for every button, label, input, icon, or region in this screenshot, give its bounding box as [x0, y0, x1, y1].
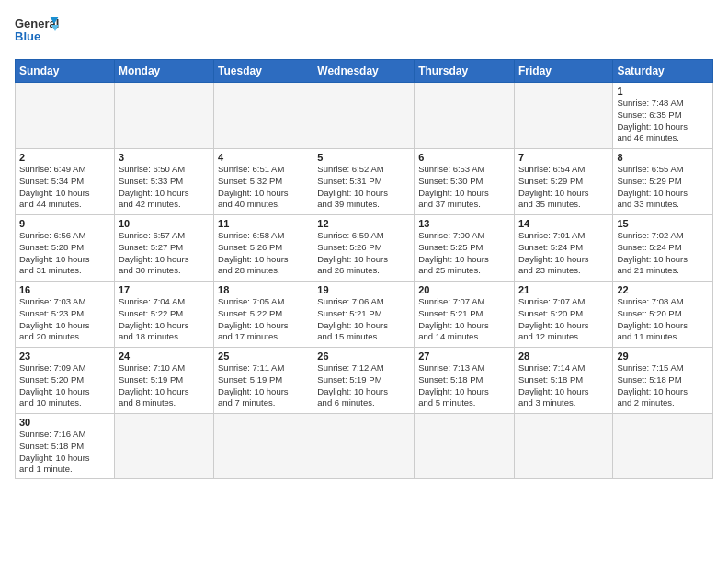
- day-info: Sunrise: 6:50 AM Sunset: 5:33 PM Dayligh…: [119, 164, 210, 211]
- day-number: 10: [119, 218, 210, 229]
- day-info: Sunrise: 6:52 AM Sunset: 5:31 PM Dayligh…: [317, 164, 410, 211]
- day-info: Sunrise: 7:11 AM Sunset: 5:19 PM Dayligh…: [218, 362, 309, 409]
- day-number: 20: [418, 284, 510, 295]
- calendar-body: 1Sunrise: 7:48 AM Sunset: 6:35 PM Daylig…: [16, 83, 713, 479]
- calendar-day-cell: [514, 414, 612, 479]
- calendar-day-cell: 3Sunrise: 6:50 AM Sunset: 5:33 PM Daylig…: [114, 149, 213, 215]
- calendar-table: SundayMondayTuesdayWednesdayThursdayFrid…: [15, 59, 713, 479]
- day-info: Sunrise: 6:49 AM Sunset: 5:34 PM Dayligh…: [19, 164, 110, 211]
- day-number: 23: [19, 350, 110, 362]
- calendar-day-cell: 20Sunrise: 7:07 AM Sunset: 5:21 PM Dayli…: [415, 282, 515, 348]
- day-number: 25: [218, 350, 309, 362]
- calendar-day-cell: [214, 83, 313, 149]
- day-number: 4: [218, 152, 309, 163]
- day-number: 29: [617, 350, 709, 362]
- day-info: Sunrise: 7:10 AM Sunset: 5:19 PM Dayligh…: [119, 362, 210, 409]
- day-info: Sunrise: 7:16 AM Sunset: 5:18 PM Dayligh…: [19, 429, 110, 476]
- calendar-day-cell: [214, 414, 313, 479]
- calendar-day-cell: 8Sunrise: 6:55 AM Sunset: 5:29 PM Daylig…: [613, 149, 713, 215]
- day-info: Sunrise: 7:02 AM Sunset: 5:24 PM Dayligh…: [617, 230, 709, 277]
- calendar-day-cell: [313, 414, 415, 479]
- day-info: Sunrise: 7:09 AM Sunset: 5:20 PM Dayligh…: [19, 362, 110, 409]
- day-number: 11: [218, 218, 309, 229]
- calendar-day-cell: 19Sunrise: 7:06 AM Sunset: 5:21 PM Dayli…: [313, 282, 415, 348]
- day-info: Sunrise: 7:06 AM Sunset: 5:21 PM Dayligh…: [317, 296, 410, 343]
- day-of-week-header: Saturday: [613, 60, 713, 83]
- calendar-day-cell: [114, 414, 213, 479]
- calendar-day-cell: 15Sunrise: 7:02 AM Sunset: 5:24 PM Dayli…: [613, 215, 713, 282]
- day-number: 5: [317, 152, 410, 163]
- calendar-day-cell: [613, 414, 713, 479]
- calendar-day-cell: [415, 414, 515, 479]
- calendar-day-cell: 4Sunrise: 6:51 AM Sunset: 5:32 PM Daylig…: [214, 149, 313, 215]
- day-number: 14: [518, 218, 609, 229]
- svg-text:Blue: Blue: [15, 29, 40, 43]
- calendar-day-cell: 7Sunrise: 6:54 AM Sunset: 5:29 PM Daylig…: [514, 149, 612, 215]
- day-info: Sunrise: 7:14 AM Sunset: 5:18 PM Dayligh…: [518, 362, 609, 409]
- calendar-day-cell: [514, 83, 612, 149]
- day-info: Sunrise: 7:01 AM Sunset: 5:24 PM Dayligh…: [518, 230, 609, 277]
- day-number: 13: [418, 218, 510, 229]
- day-number: 6: [418, 152, 510, 163]
- calendar-week-row: 30Sunrise: 7:16 AM Sunset: 5:18 PM Dayli…: [16, 414, 713, 479]
- day-info: Sunrise: 7:05 AM Sunset: 5:22 PM Dayligh…: [218, 296, 309, 343]
- day-number: 24: [119, 350, 210, 362]
- day-info: Sunrise: 6:57 AM Sunset: 5:27 PM Dayligh…: [119, 230, 210, 277]
- day-info: Sunrise: 7:15 AM Sunset: 5:18 PM Dayligh…: [617, 362, 709, 409]
- day-number: 21: [518, 284, 609, 295]
- day-info: Sunrise: 7:03 AM Sunset: 5:23 PM Dayligh…: [19, 296, 110, 343]
- calendar-week-row: 1Sunrise: 7:48 AM Sunset: 6:35 PM Daylig…: [16, 83, 713, 149]
- day-info: Sunrise: 7:12 AM Sunset: 5:19 PM Dayligh…: [317, 362, 410, 409]
- day-number: 30: [19, 417, 110, 428]
- day-number: 18: [218, 284, 309, 295]
- logo-svg: General Blue: [15, 15, 63, 50]
- day-info: Sunrise: 7:04 AM Sunset: 5:22 PM Dayligh…: [119, 296, 210, 343]
- calendar-day-cell: [313, 83, 415, 149]
- calendar-day-cell: 5Sunrise: 6:52 AM Sunset: 5:31 PM Daylig…: [313, 149, 415, 215]
- day-of-week-header: Sunday: [16, 60, 115, 83]
- day-number: 17: [119, 284, 210, 295]
- day-info: Sunrise: 7:00 AM Sunset: 5:25 PM Dayligh…: [418, 230, 510, 277]
- day-number: 12: [317, 218, 410, 229]
- day-info: Sunrise: 7:13 AM Sunset: 5:18 PM Dayligh…: [418, 362, 510, 409]
- day-info: Sunrise: 6:56 AM Sunset: 5:28 PM Dayligh…: [19, 230, 110, 277]
- calendar-day-cell: 22Sunrise: 7:08 AM Sunset: 5:20 PM Dayli…: [613, 282, 713, 348]
- day-info: Sunrise: 6:58 AM Sunset: 5:26 PM Dayligh…: [218, 230, 309, 277]
- calendar-day-cell: 10Sunrise: 6:57 AM Sunset: 5:27 PM Dayli…: [114, 215, 213, 282]
- day-number: 1: [617, 86, 709, 97]
- day-number: 26: [317, 350, 410, 362]
- calendar-day-cell: 11Sunrise: 6:58 AM Sunset: 5:26 PM Dayli…: [214, 215, 313, 282]
- day-of-week-header: Wednesday: [313, 60, 415, 83]
- day-info: Sunrise: 7:07 AM Sunset: 5:20 PM Dayligh…: [518, 296, 609, 343]
- logo: General Blue: [15, 15, 63, 50]
- calendar-day-cell: 1Sunrise: 7:48 AM Sunset: 6:35 PM Daylig…: [613, 83, 713, 149]
- calendar-day-cell: 12Sunrise: 6:59 AM Sunset: 5:26 PM Dayli…: [313, 215, 415, 282]
- day-of-week-header: Thursday: [415, 60, 515, 83]
- calendar-day-cell: 16Sunrise: 7:03 AM Sunset: 5:23 PM Dayli…: [16, 282, 115, 348]
- calendar-day-cell: 24Sunrise: 7:10 AM Sunset: 5:19 PM Dayli…: [114, 348, 213, 414]
- calendar-day-cell: 9Sunrise: 6:56 AM Sunset: 5:28 PM Daylig…: [16, 215, 115, 282]
- calendar-day-cell: 30Sunrise: 7:16 AM Sunset: 5:18 PM Dayli…: [16, 414, 115, 479]
- day-info: Sunrise: 6:59 AM Sunset: 5:26 PM Dayligh…: [317, 230, 410, 277]
- calendar-day-cell: [415, 83, 515, 149]
- day-number: 19: [317, 284, 410, 295]
- calendar-day-cell: 18Sunrise: 7:05 AM Sunset: 5:22 PM Dayli…: [214, 282, 313, 348]
- day-info: Sunrise: 6:55 AM Sunset: 5:29 PM Dayligh…: [617, 164, 709, 211]
- calendar-day-cell: [16, 83, 115, 149]
- day-of-week-header: Monday: [114, 60, 213, 83]
- calendar-day-cell: 26Sunrise: 7:12 AM Sunset: 5:19 PM Dayli…: [313, 348, 415, 414]
- calendar-day-cell: 25Sunrise: 7:11 AM Sunset: 5:19 PM Dayli…: [214, 348, 313, 414]
- calendar-day-cell: 27Sunrise: 7:13 AM Sunset: 5:18 PM Dayli…: [415, 348, 515, 414]
- calendar-header-row: SundayMondayTuesdayWednesdayThursdayFrid…: [16, 60, 713, 83]
- day-info: Sunrise: 6:53 AM Sunset: 5:30 PM Dayligh…: [418, 164, 510, 211]
- day-info: Sunrise: 7:08 AM Sunset: 5:20 PM Dayligh…: [617, 296, 709, 343]
- day-of-week-header: Tuesday: [214, 60, 313, 83]
- calendar-day-cell: 17Sunrise: 7:04 AM Sunset: 5:22 PM Dayli…: [114, 282, 213, 348]
- calendar-day-cell: [114, 83, 213, 149]
- calendar-day-cell: 29Sunrise: 7:15 AM Sunset: 5:18 PM Dayli…: [613, 348, 713, 414]
- day-number: 27: [418, 350, 510, 362]
- calendar-day-cell: 23Sunrise: 7:09 AM Sunset: 5:20 PM Dayli…: [16, 348, 115, 414]
- calendar-day-cell: 2Sunrise: 6:49 AM Sunset: 5:34 PM Daylig…: [16, 149, 115, 215]
- day-number: 3: [119, 152, 210, 163]
- calendar-day-cell: 21Sunrise: 7:07 AM Sunset: 5:20 PM Dayli…: [514, 282, 612, 348]
